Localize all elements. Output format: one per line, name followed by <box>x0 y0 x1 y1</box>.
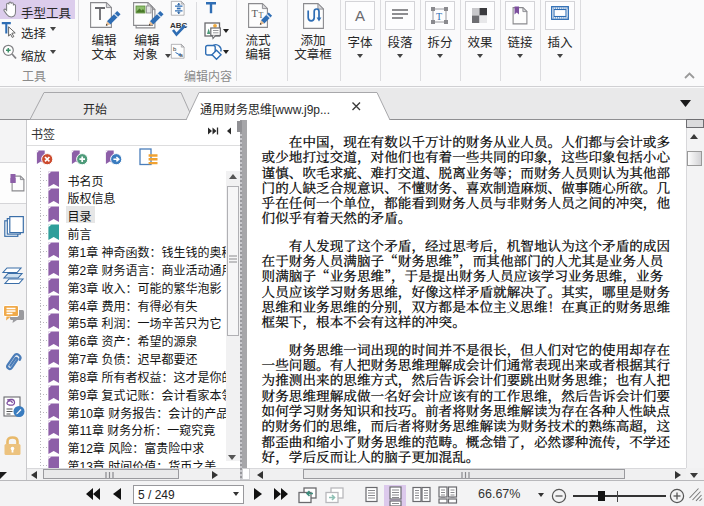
svg-text:T: T <box>252 7 259 18</box>
svg-text:T: T <box>436 11 442 22</box>
svg-text:T: T <box>259 10 264 19</box>
svg-text:A: A <box>355 7 365 24</box>
